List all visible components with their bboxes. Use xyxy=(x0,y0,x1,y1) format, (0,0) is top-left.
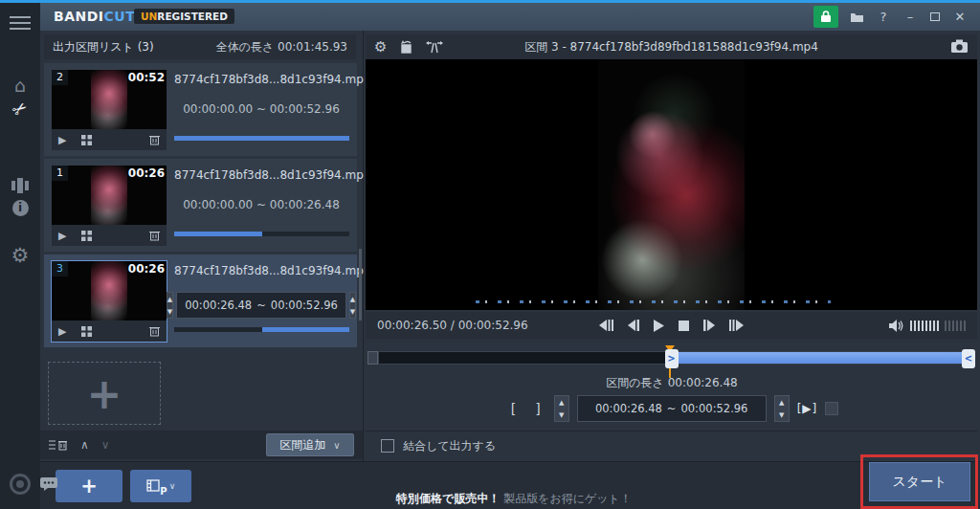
repeat-toggle[interactable] xyxy=(825,402,838,415)
help-button[interactable]: ? xyxy=(871,6,896,28)
spinner-up-icon[interactable]: ▲ xyxy=(350,296,355,303)
segment-separator: ~ xyxy=(667,402,677,415)
filmstrip-icon xyxy=(11,177,30,194)
volume-control[interactable] xyxy=(889,320,966,332)
segment-end-value: 00:00:52.96 xyxy=(680,402,747,415)
add-section-button[interactable]: 区間追加 ∨ xyxy=(266,433,354,456)
delete-segment-button[interactable] xyxy=(149,325,160,337)
record-logo-icon[interactable] xyxy=(0,474,40,495)
volume-bars-filled[interactable] xyxy=(910,321,939,331)
segment-list-title: 出力区間リスト (3) xyxy=(53,39,154,55)
scene-grid-button[interactable] xyxy=(81,326,92,337)
spinner-down-icon[interactable]: ▼ xyxy=(167,308,172,316)
rotate-icon[interactable] xyxy=(399,40,413,54)
thumbnail-image: 2 00:52 xyxy=(52,70,167,129)
segment-duration: 00:26 xyxy=(128,262,165,276)
segment-range-field[interactable]: 00:00:26.48 ~ 00:00:52.96 xyxy=(176,292,346,319)
set-start-bracket-button[interactable]: [ xyxy=(505,401,522,416)
step-back-button[interactable] xyxy=(628,320,639,331)
segment-length-label: 区間の長さ 00:00:26.48 xyxy=(364,375,980,391)
segment-list-item[interactable]: 1 00:26 ▶ 8774cf178bf3d8...8d1c93f94.mp4… xyxy=(44,159,357,252)
segment-list-header: 出力区間リスト (3) 全体の長さ 00:01:45.93 xyxy=(44,34,356,59)
settings-gear-icon[interactable]: ⚙ xyxy=(0,246,40,265)
segment-filename: 8774cf178bf3d8...8d1c93f94.mp4 xyxy=(174,73,348,86)
spinner-up-icon[interactable]: ▲ xyxy=(559,399,564,407)
move-down-button[interactable]: ∨ xyxy=(101,438,110,452)
spinner-up-icon[interactable]: ▲ xyxy=(167,296,172,303)
close-button[interactable]: ✕ xyxy=(947,6,972,28)
range-end-stepper[interactable]: ▲ ▼ xyxy=(349,292,356,319)
spinner-up-icon[interactable]: ▲ xyxy=(779,399,784,407)
start-button[interactable]: スタート xyxy=(869,462,970,501)
segment-thumbnail[interactable]: 3 00:26 ▶ xyxy=(52,261,167,342)
segment-toolbar: ▶ xyxy=(52,129,167,150)
segment-thumbnail[interactable]: 1 00:26 ▶ xyxy=(52,166,167,246)
next-keyframe-button[interactable] xyxy=(729,320,744,331)
trash-icon xyxy=(149,134,160,145)
maximize-button[interactable] xyxy=(923,6,947,28)
segment-time-field[interactable]: 00:00:26.48 ~ 00:00:52.96 xyxy=(577,395,767,422)
segment-start-stepper[interactable]: ▲ ▼ xyxy=(554,395,569,422)
play-segment-button[interactable]: ▶ xyxy=(58,325,66,338)
add-section-label: 区間追加 xyxy=(279,437,325,454)
segment-end-stepper[interactable]: ▲ ▼ xyxy=(774,395,790,422)
preview-settings-gear-icon[interactable]: ⚙ xyxy=(374,39,387,55)
app-logo: BANDICUT xyxy=(54,9,135,24)
selection-end-handle[interactable]: < xyxy=(962,349,975,368)
open-folder-button[interactable] xyxy=(844,6,869,28)
promo-banner[interactable]: 特別価格で販売中！ 製品版をお得にゲット！ xyxy=(40,477,980,508)
delete-segment-button[interactable] xyxy=(149,134,160,145)
list-scrollbar[interactable] xyxy=(359,249,362,321)
segment-duration: 00:52 xyxy=(128,71,165,84)
segment-toolbar: ▶ xyxy=(52,225,167,246)
add-segment-slot[interactable]: + xyxy=(48,362,161,425)
delete-segment-button[interactable] xyxy=(149,230,160,241)
stop-button[interactable] xyxy=(679,321,689,331)
info-icon[interactable]: i xyxy=(0,200,40,216)
play-button[interactable] xyxy=(654,320,664,332)
segment-list-item-selected[interactable]: 3 00:26 ▶ 8774cf178bf3d8...8d1c93f94.mp4 xyxy=(44,254,357,347)
selection-start-handle[interactable]: > xyxy=(665,349,679,368)
timeline-selection[interactable] xyxy=(672,352,965,364)
timeline-track[interactable]: > < xyxy=(378,351,965,365)
prev-keyframe-button[interactable] xyxy=(599,320,613,331)
logo-bandi: BANDI xyxy=(54,9,104,24)
join-tool-icon[interactable] xyxy=(0,177,40,194)
logo-cut: CUT xyxy=(104,9,136,24)
spinner-down-icon[interactable]: ▼ xyxy=(350,308,355,316)
split-icon[interactable] xyxy=(426,40,443,54)
move-up-button[interactable]: ∧ xyxy=(80,438,89,452)
preview-panel: 区間 3 - 8774cf178bf3d89fbd181588d1c93f94.… xyxy=(364,31,980,461)
menu-icon[interactable] xyxy=(0,12,40,33)
play-selection-button[interactable]: [▶] xyxy=(797,402,818,415)
play-segment-button[interactable]: ▶ xyxy=(58,134,66,146)
play-segment-button[interactable]: ▶ xyxy=(58,230,66,242)
merge-output-checkbox[interactable] xyxy=(381,439,394,453)
volume-bars-empty[interactable] xyxy=(945,321,966,331)
timeline-left-square-handle[interactable] xyxy=(368,351,378,365)
set-end-bracket-button[interactable]: ] xyxy=(529,401,546,416)
segment-thumbnail[interactable]: 2 00:52 ▶ xyxy=(52,70,167,150)
grid-icon xyxy=(81,326,92,337)
snapshot-button[interactable] xyxy=(951,39,968,53)
plus-icon: + xyxy=(87,369,122,418)
step-forward-button[interactable] xyxy=(703,320,715,331)
clear-list-button[interactable] xyxy=(49,439,68,452)
video-preview[interactable] xyxy=(366,59,977,310)
spinner-down-icon[interactable]: ▼ xyxy=(559,411,564,419)
scene-grid-button[interactable] xyxy=(81,135,92,145)
segment-list-item[interactable]: 2 00:52 ▶ 8774cf178bf3d8...8d1c93f94.mp4… xyxy=(44,63,357,156)
sidebar: ⌂ ✂ i ⚙ xyxy=(0,3,40,509)
minimize-button[interactable]: – xyxy=(898,6,923,28)
maximize-icon xyxy=(930,12,940,21)
lock-button[interactable] xyxy=(813,6,838,28)
segment-info: 8774cf178bf3d8...8d1c93f94.mp4 00:00:00.… xyxy=(174,168,348,211)
cut-tool-icon[interactable]: ✂ xyxy=(0,99,40,119)
range-start-value: 00:00:26.48 xyxy=(185,299,252,312)
trash-icon xyxy=(149,325,160,337)
spinner-down-icon[interactable]: ▼ xyxy=(779,411,784,419)
range-start-stepper[interactable]: ▲ ▼ xyxy=(167,292,173,319)
range-end-value: 00:00:52.96 xyxy=(271,299,338,312)
scene-grid-button[interactable] xyxy=(81,231,92,241)
home-icon[interactable]: ⌂ xyxy=(0,76,40,95)
